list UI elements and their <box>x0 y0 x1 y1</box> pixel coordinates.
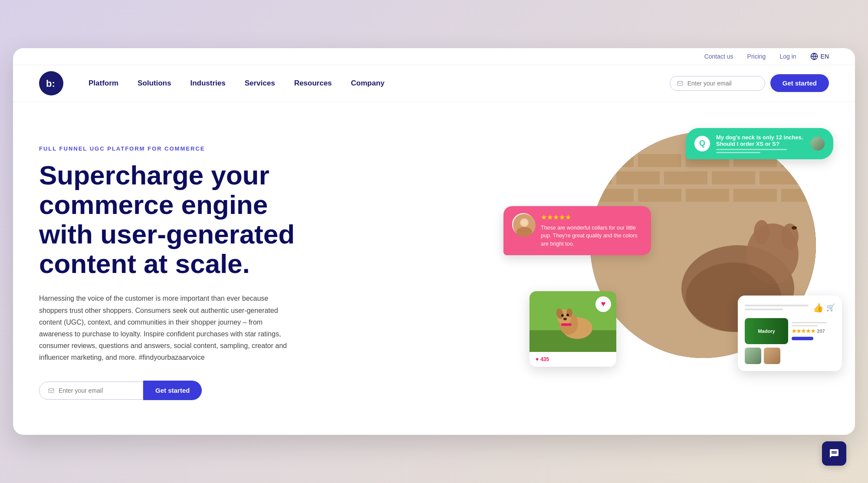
svg-point-38 <box>566 314 569 316</box>
heart-icon: ♥ <box>536 356 539 362</box>
svg-rect-18 <box>733 189 777 202</box>
mini-images <box>745 348 835 364</box>
chat-q-icon: Q <box>694 136 710 151</box>
hero-title-line1: Supercharge your <box>39 160 270 190</box>
rating-count: 207 <box>817 329 825 334</box>
contact-us-link[interactable]: Contact us <box>704 53 733 60</box>
svg-rect-6 <box>638 154 681 167</box>
product-details: ★★★★★ 207 <box>792 322 835 340</box>
product-color-btn <box>792 337 835 340</box>
reviewer-avatar-svg <box>513 214 536 237</box>
nav-resources[interactable]: Resources <box>286 76 340 91</box>
hero-title-line4: content at scale. <box>39 249 250 279</box>
product-image-area: Madory ★★★★★ 207 <box>745 318 835 344</box>
svg-text:b:: b: <box>46 78 55 89</box>
login-link[interactable]: Log in <box>779 53 796 60</box>
product-card: 👍 🛒 Madory ★★★★★ 207 <box>738 296 842 371</box>
nav-platform[interactable]: Platform <box>81 76 126 91</box>
svg-rect-19 <box>781 189 816 202</box>
nav-right: Get started <box>670 74 829 92</box>
nav-industries[interactable]: Industries <box>182 76 233 91</box>
product-stars: ★★★★★ 207 <box>792 328 835 334</box>
hero-section: FULL FUNNEL UGC PLATFORM FOR COMMERCE Su… <box>13 102 855 435</box>
svg-rect-12 <box>664 171 707 184</box>
product-card-header: 👍 🛒 <box>745 302 835 313</box>
svg-rect-3 <box>49 388 54 392</box>
chat-bubble-green: Q My dog's neck is only 12 inches. Shoul… <box>686 128 833 159</box>
thumbs-up-icon: 👍 <box>813 302 824 313</box>
detail-line-1 <box>792 322 826 323</box>
mini-img-2 <box>764 348 780 364</box>
main-nav: b: Platform Solutions Industries Service… <box>13 65 855 102</box>
mini-img-1 <box>745 348 761 364</box>
hero-eyebrow: FULL FUNNEL UGC PLATFORM FOR COMMERCE <box>39 145 295 152</box>
svg-rect-40 <box>561 323 572 326</box>
language-selector[interactable]: EN <box>810 53 829 60</box>
logo[interactable]: b: <box>39 71 63 95</box>
logo-icon: b: <box>39 71 63 95</box>
nav-email-wrapper[interactable] <box>670 76 765 91</box>
svg-rect-10 <box>590 171 612 184</box>
svg-point-37 <box>561 314 564 317</box>
social-card: ♥ ♥ ♥ 435 <box>529 291 616 367</box>
svg-point-23 <box>754 220 769 244</box>
svg-rect-14 <box>760 171 803 184</box>
pricing-link[interactable]: Pricing <box>747 53 766 60</box>
hero-title-line3: with user-generated <box>39 219 295 249</box>
collar-label: Madory <box>756 327 776 335</box>
svg-point-24 <box>792 226 797 230</box>
color-swatch <box>792 337 813 340</box>
social-card-image: ♥ ♥ <box>529 291 616 352</box>
product-line-2 <box>745 309 783 310</box>
chat-green-text: My dog's neck is only 12 inches. Should … <box>716 134 805 147</box>
hero-visual: Q My dog's neck is only 12 inches. Shoul… <box>503 119 842 380</box>
collar-image: Madory <box>745 318 788 344</box>
nav-email-input[interactable] <box>687 80 758 87</box>
hero-left: FULL FUNNEL UGC PLATFORM FOR COMMERCE Su… <box>39 137 295 401</box>
review-text: These are wonderful collars for our litt… <box>541 224 642 248</box>
nav-services[interactable]: Services <box>237 76 283 91</box>
page-container: Contact us Pricing Log in EN b: Platform… <box>13 48 855 435</box>
svg-rect-11 <box>616 171 660 184</box>
rating-stars: ★★★★★ <box>792 328 815 334</box>
hero-description: Harnessing the voice of the customer is … <box>39 292 291 363</box>
heart-count: ♥ 435 <box>536 356 549 362</box>
product-icons: 👍 🛒 <box>813 302 835 313</box>
review-avatar <box>512 213 535 236</box>
chat-lines <box>716 149 805 153</box>
review-stars: ★★★★★ <box>541 213 642 221</box>
svg-point-29 <box>521 220 527 226</box>
svg-rect-5 <box>590 154 634 167</box>
hero-email-input[interactable] <box>59 387 134 394</box>
globe-icon <box>810 53 818 60</box>
svg-rect-17 <box>686 189 729 202</box>
hero-email-icon <box>48 387 54 394</box>
svg-rect-2 <box>677 81 683 85</box>
like-button[interactable]: ♥ <box>595 296 611 312</box>
nav-links: Platform Solutions Industries Services R… <box>81 76 670 91</box>
svg-rect-13 <box>712 171 755 184</box>
hero-title: Supercharge your commerce engine with us… <box>39 161 295 279</box>
svg-rect-15 <box>590 189 634 202</box>
svg-rect-16 <box>638 189 681 202</box>
review-bubble: ★★★★★ These are wonderful collars for ou… <box>503 206 651 255</box>
utility-bar: Contact us Pricing Log in EN <box>13 48 855 65</box>
review-content: ★★★★★ These are wonderful collars for ou… <box>541 213 642 248</box>
chat-avatar <box>811 137 825 151</box>
heart-like-icon: ♥ <box>613 291 616 301</box>
nav-solutions[interactable]: Solutions <box>130 76 179 91</box>
product-line-1 <box>745 305 809 306</box>
hero-title-line2: commerce engine <box>39 190 268 220</box>
lang-label: EN <box>821 53 829 60</box>
like-icon: ♥ <box>601 299 606 309</box>
svg-point-39 <box>563 318 567 320</box>
hero-cta: Get started <box>39 381 295 400</box>
nav-cta-button[interactable]: Get started <box>770 74 829 92</box>
email-icon <box>677 80 683 87</box>
detail-line-2 <box>792 325 818 326</box>
hero-cta-button[interactable]: Get started <box>143 381 202 400</box>
social-card-footer: ♥ 435 <box>529 352 616 367</box>
cart-icon: 🛒 <box>826 303 835 312</box>
hero-email-wrapper[interactable] <box>39 381 143 400</box>
nav-company[interactable]: Company <box>343 76 392 91</box>
